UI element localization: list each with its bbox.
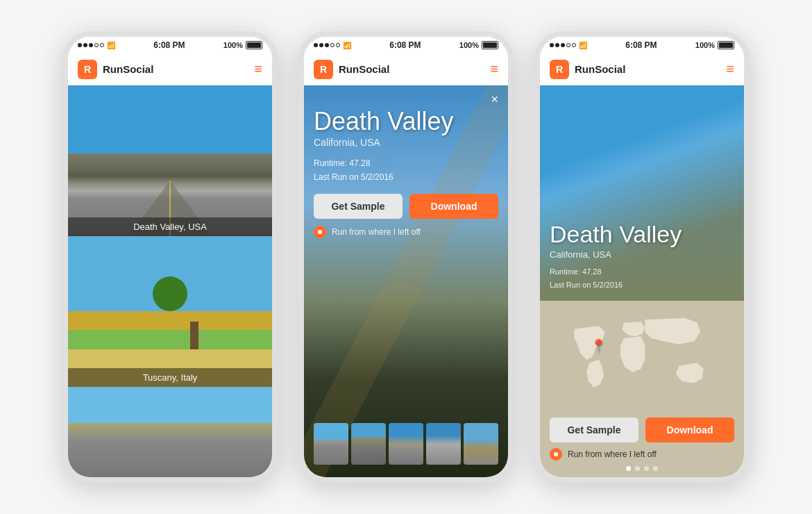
app-header-1: R RunSocial ≡ bbox=[68, 53, 272, 85]
status-bar-2: 📶 6:08 PM 100% bbox=[304, 37, 508, 53]
hamburger-menu-2[interactable]: ≡ bbox=[490, 61, 498, 77]
battery-percent-1: 100% bbox=[223, 41, 243, 49]
thumb-1[interactable] bbox=[314, 423, 348, 465]
signal-dot-2-3 bbox=[325, 43, 329, 47]
status-right-2: 100% bbox=[459, 41, 498, 49]
close-button[interactable]: × bbox=[491, 92, 498, 107]
battery-percent-3: 100% bbox=[695, 41, 715, 49]
thumb-2[interactable] bbox=[351, 423, 386, 465]
signal-dots bbox=[78, 43, 104, 47]
signal-dot-2-1 bbox=[314, 43, 318, 47]
battery-fill-2 bbox=[483, 42, 497, 48]
phone2-modal-wrapper: × Death Valley California, USA Runtime: … bbox=[304, 85, 508, 477]
phone3-runtime: Runtime: 47.28 bbox=[550, 265, 734, 279]
dot-3 bbox=[644, 466, 649, 471]
dot-1 bbox=[626, 466, 631, 471]
logo-letter-3: R bbox=[556, 64, 563, 75]
status-bar-1: 📶 6:08 PM 100% bbox=[68, 37, 272, 53]
world-map-container: 📍 bbox=[550, 310, 734, 409]
app-name-1: RunSocial bbox=[103, 63, 153, 75]
download-button[interactable]: Download bbox=[409, 194, 498, 219]
runtime-label: Runtime: 47.28 bbox=[314, 156, 498, 170]
phone3-lower: 📍 Get Sample Download Run from where I l… bbox=[540, 301, 744, 477]
radio-row: Run from where I left off bbox=[314, 226, 498, 238]
modal-buttons: Get Sample Download bbox=[314, 194, 498, 219]
phone1-content: Death Valley, USA Tuscany, Italy bbox=[68, 85, 272, 477]
phone3-download-button[interactable]: Download bbox=[645, 417, 734, 442]
status-left-2: 📶 bbox=[314, 42, 351, 49]
signal-dots-3 bbox=[550, 43, 576, 47]
app-logo-2: R RunSocial bbox=[314, 60, 389, 79]
app-logo-1: R RunSocial bbox=[78, 60, 153, 79]
phone-2: 📶 6:08 PM 100% R RunSocial ≡ × bbox=[298, 31, 514, 483]
logo-icon-2: R bbox=[314, 60, 333, 79]
logo-icon-3: R bbox=[550, 60, 569, 79]
signal-dot-3-1 bbox=[550, 43, 554, 47]
app-header-3: R RunSocial ≡ bbox=[540, 53, 744, 85]
thumbnail-strip bbox=[314, 423, 498, 467]
route-item-death-valley[interactable]: Death Valley, USA bbox=[68, 85, 272, 236]
world-map-svg bbox=[550, 310, 734, 409]
phone3-radio-row: Run from where I left off bbox=[550, 448, 734, 461]
status-left: 📶 bbox=[78, 42, 115, 49]
dot-2 bbox=[635, 466, 640, 471]
app-header-2: R RunSocial ≡ bbox=[304, 53, 508, 85]
phone3-wrapper: Death Valley California, USA Runtime: 47… bbox=[540, 85, 744, 477]
battery-icon-3 bbox=[718, 41, 734, 49]
phone3-hero: Death Valley California, USA Runtime: 47… bbox=[540, 85, 744, 301]
thumb-4[interactable] bbox=[426, 423, 461, 465]
status-bar-3: 📶 6:08 PM 100% bbox=[540, 37, 744, 53]
signal-dot-2-2 bbox=[319, 43, 323, 47]
app-name-3: RunSocial bbox=[575, 63, 625, 75]
thumb-3[interactable] bbox=[389, 423, 423, 465]
phone3-content: Death Valley California, USA Runtime: 47… bbox=[540, 85, 744, 477]
phone-3: 📶 6:08 PM 100% R RunSocial ≡ Death Valle… bbox=[534, 31, 750, 483]
status-right-3: 100% bbox=[695, 41, 734, 49]
phone3-meta: Runtime: 47.28 Last Run on 5/2/2016 bbox=[550, 265, 734, 291]
radio-label: Run from where I left off bbox=[332, 227, 421, 237]
signal-dot-3-4 bbox=[566, 43, 570, 47]
status-time-1: 6:08 PM bbox=[153, 40, 185, 50]
signal-dot-2-4 bbox=[330, 43, 335, 47]
route-label-death-valley: Death Valley, USA bbox=[68, 217, 272, 236]
phone3-radio-button[interactable] bbox=[550, 448, 562, 461]
hamburger-menu-1[interactable]: ≡ bbox=[254, 61, 262, 77]
phone-1: 📶 6:08 PM 100% R RunSocial ≡ bbox=[62, 31, 278, 483]
signal-dot-3 bbox=[89, 43, 93, 47]
dots-indicator bbox=[550, 466, 734, 474]
logo-letter-1: R bbox=[84, 64, 91, 75]
hamburger-menu-3[interactable]: ≡ bbox=[726, 61, 734, 77]
phone3-last-run: Last Run on 5/2/2016 bbox=[550, 279, 734, 292]
signal-dot-4 bbox=[94, 43, 99, 47]
signal-dot-3-3 bbox=[561, 43, 565, 47]
phone3-title: Death Valley bbox=[550, 222, 734, 247]
logo-letter-2: R bbox=[320, 64, 327, 75]
modal-title: Death Valley bbox=[314, 108, 498, 135]
phone3-get-sample-button[interactable]: Get Sample bbox=[550, 417, 638, 442]
dot-4 bbox=[653, 466, 658, 471]
signal-dot-1 bbox=[78, 43, 82, 47]
signal-dot-3-2 bbox=[555, 43, 559, 47]
get-sample-button[interactable]: Get Sample bbox=[314, 194, 403, 219]
app-name-2: RunSocial bbox=[339, 63, 389, 75]
battery-percent-2: 100% bbox=[459, 41, 479, 49]
phone2-content: × Death Valley California, USA Runtime: … bbox=[304, 85, 508, 477]
wifi-icon-3: 📶 bbox=[579, 42, 587, 49]
signal-dots-2 bbox=[314, 43, 340, 47]
battery-icon-1 bbox=[246, 41, 262, 49]
status-time-3: 6:08 PM bbox=[625, 40, 657, 50]
phone3-subtitle: California, USA bbox=[550, 249, 734, 260]
status-right-1: 100% bbox=[223, 41, 262, 49]
route-item-tuscany[interactable]: Tuscany, Italy bbox=[68, 236, 272, 387]
battery-fill-3 bbox=[719, 42, 733, 48]
logo-icon-1: R bbox=[78, 60, 97, 79]
route-item-partial[interactable] bbox=[68, 387, 272, 477]
battery-icon-2 bbox=[482, 41, 498, 49]
radio-button[interactable] bbox=[314, 226, 326, 238]
phone3-buttons: Get Sample Download bbox=[550, 417, 734, 442]
signal-dot-2-5 bbox=[336, 43, 340, 47]
battery-fill-1 bbox=[247, 42, 261, 48]
app-logo-3: R RunSocial bbox=[550, 60, 625, 79]
thumb-5[interactable] bbox=[464, 423, 498, 465]
wifi-icon: 📶 bbox=[107, 42, 115, 49]
